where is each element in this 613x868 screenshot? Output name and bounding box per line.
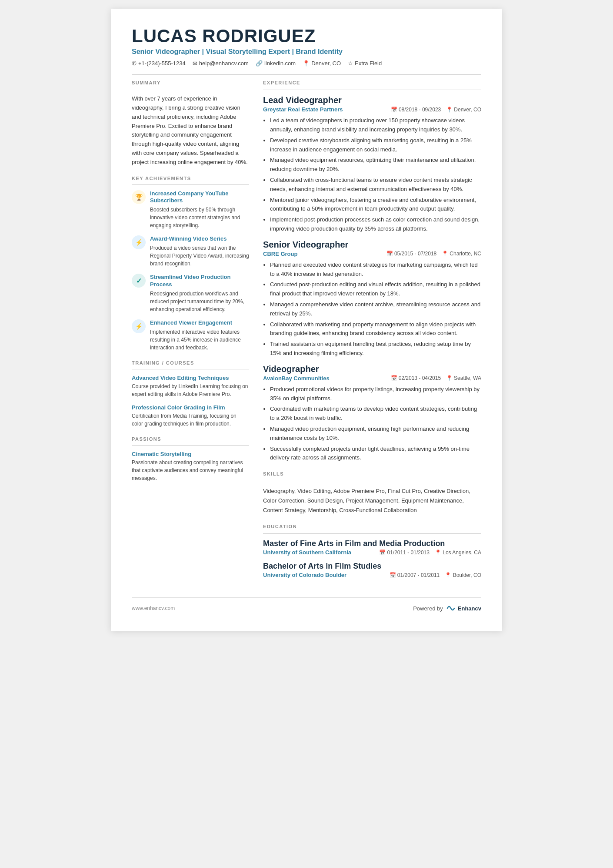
job-bullets-0: Led a team of videographers in producing…	[270, 116, 481, 234]
star-icon: ☆	[348, 60, 353, 67]
edu-date-0: 📅 01/2011 - 01/2013	[379, 550, 430, 556]
bullet-1-2: Managed a comprehensive video content ar…	[270, 300, 481, 318]
phone-icon: ✆	[132, 60, 137, 67]
bullet-0-1: Developed creative storyboards aligning …	[270, 136, 481, 154]
edu-school-0: University of Southern California	[263, 549, 351, 556]
achievements-label: KEY ACHIEVEMENTS	[132, 176, 249, 181]
bullet-0-3: Collaborated with cross-functional teams…	[270, 176, 481, 194]
training-desc-1: Certification from Media Training, focus…	[132, 412, 249, 428]
achievement-icon-0: 🏆	[132, 190, 146, 204]
job-location-2: 📍 Seattle, WA	[446, 375, 481, 381]
job-date-2: 📅 02/2013 - 04/2015	[391, 375, 441, 381]
job-bullets-2: Produced promotional videos for property…	[270, 385, 481, 462]
edu-item-0: Master of Fine Arts in Film and Media Pr…	[263, 539, 481, 556]
passion-desc-0: Passionate about creating compelling nar…	[132, 459, 249, 482]
candidate-name: LUCAS RODRIGUEZ	[132, 26, 481, 46]
footer-brand: Powered by Enhancv	[413, 603, 481, 613]
passions-label: PASSIONS	[132, 436, 249, 442]
job-1: Senior Videographer CBRE Group 📅 05/2015…	[263, 240, 481, 358]
bullet-1-4: Trained assistants on equipment handling…	[270, 340, 481, 358]
edu-location-1: 📍 Boulder, CO	[445, 572, 481, 578]
training-divider	[132, 369, 249, 369]
training-title-0: Advanced Video Editing Techniques	[132, 375, 249, 381]
job-location-0: 📍 Denver, CO	[446, 107, 481, 113]
achievement-desc-2: Redesigned production workflows and redu…	[150, 290, 249, 313]
skills-label: SKILLS	[263, 471, 481, 476]
job-meta-2: 📅 02/2013 - 04/2015 📍 Seattle, WA	[391, 375, 481, 381]
skills-divider	[263, 481, 481, 481]
job-location-1: 📍 Charlotte, NC	[442, 251, 481, 257]
bullet-2-1: Coordinated with marketing teams to deve…	[270, 405, 481, 423]
job-date-0: 📅 08/2018 - 09/2023	[391, 107, 441, 113]
achievement-title-3: Enhanced Viewer Engagement	[150, 319, 249, 327]
achievement-item-0: 🏆 Increased Company YouTube Subscribers …	[132, 190, 249, 230]
training-item-1: Professional Color Grading in Film Certi…	[132, 404, 249, 428]
achievement-icon-1: ⚡	[132, 235, 146, 249]
edu-row-1: University of Colorado Boulder 📅 01/2007…	[263, 572, 481, 578]
passion-title-0: Cinematic Storytelling	[132, 451, 249, 457]
bullet-0-0: Led a team of videographers in producing…	[270, 116, 481, 134]
summary-divider	[132, 89, 249, 89]
achievement-title-0: Increased Company YouTube Subscribers	[150, 190, 249, 205]
bullet-0-4: Mentored junior videographers, fostering…	[270, 196, 481, 214]
job-title-1: Senior Videographer	[263, 240, 481, 250]
bullet-0-2: Managed video equipment resources, optim…	[270, 156, 481, 174]
enhancv-logo: Enhancv	[446, 603, 481, 613]
bullet-2-0: Produced promotional videos for property…	[270, 385, 481, 403]
achievement-desc-1: Produced a video series that won the Reg…	[150, 244, 249, 268]
footer-website: www.enhancv.com	[132, 605, 175, 611]
achievement-desc-3: Implemented interactive video features r…	[150, 328, 249, 352]
map-icon-1: 📍	[442, 251, 448, 257]
edu-map-icon-1: 📍	[445, 572, 451, 578]
job-company-1: CBRE Group	[263, 251, 297, 257]
footer: www.enhancv.com Powered by Enhancv	[132, 597, 481, 613]
passions-divider	[132, 445, 249, 446]
contact-location: 📍 Denver, CO	[303, 60, 341, 67]
training-item-0: Advanced Video Editing Techniques Course…	[132, 375, 249, 398]
calendar-icon-0: 📅	[391, 107, 397, 113]
left-column: SUMMARY With over 7 years of experience …	[132, 80, 249, 584]
edu-date-1: 📅 01/2007 - 01/2011	[390, 572, 440, 578]
edu-item-1: Bachelor of Arts in Film Studies Univers…	[263, 562, 481, 578]
achievement-item-2: ✓ Streamlined Video Production Process R…	[132, 274, 249, 313]
bullet-2-2: Managed video production equipment, ensu…	[270, 425, 481, 443]
experience-label: EXPERIENCE	[263, 80, 481, 85]
contact-extra: ☆ Extra Field	[348, 60, 382, 67]
edu-meta-1: 📅 01/2007 - 01/2011 📍 Boulder, CO	[390, 572, 481, 578]
education-label: EDUCATION	[263, 524, 481, 529]
job-company-row-0: Greystar Real Estate Partners 📅 08/2018 …	[263, 106, 481, 113]
bullet-1-0: Planned and executed video content strat…	[270, 261, 481, 279]
contact-row: ✆ +1-(234)-555-1234 ✉ help@enhancv.com 🔗…	[132, 60, 481, 67]
achievement-title-1: Award-Winning Video Series	[150, 235, 249, 243]
achievement-item-3: ⚡ Enhanced Viewer Engagement Implemented…	[132, 319, 249, 352]
training-desc-0: Course provided by LinkedIn Learning foc…	[132, 382, 249, 398]
edu-calendar-icon-0: 📅	[379, 550, 386, 556]
skills-text: Videography, Video Editing, Adobe Premie…	[263, 486, 481, 515]
edu-school-1: University of Colorado Boulder	[263, 572, 346, 578]
achievement-icon-3: ⚡	[132, 319, 146, 333]
achievements-divider	[132, 184, 249, 185]
contact-phone: ✆ +1-(234)-555-1234	[132, 60, 186, 67]
main-layout: SUMMARY With over 7 years of experience …	[132, 80, 481, 584]
education-divider	[263, 533, 481, 534]
summary-text: With over 7 years of experience in video…	[132, 94, 249, 167]
calendar-icon-2: 📅	[391, 375, 397, 381]
job-company-0: Greystar Real Estate Partners	[263, 106, 343, 113]
edu-map-icon-0: 📍	[435, 550, 441, 556]
job-meta-1: 📅 05/2015 - 07/2018 📍 Charlotte, NC	[386, 251, 481, 257]
brand-name: Enhancv	[458, 605, 481, 612]
job-0: Lead Videographer Greystar Real Estate P…	[263, 95, 481, 234]
job-title-2: Videographer	[263, 364, 481, 374]
job-title-0: Lead Videographer	[263, 95, 481, 105]
edu-meta-0: 📅 01/2011 - 01/2013 📍 Los Angeles, CA	[379, 550, 481, 556]
training-label: TRAINING / COURSES	[132, 360, 249, 365]
achievement-title-2: Streamlined Video Production Process	[150, 274, 249, 288]
summary-label: SUMMARY	[132, 80, 249, 85]
email-icon: ✉	[193, 60, 197, 67]
job-meta-0: 📅 08/2018 - 09/2023 📍 Denver, CO	[391, 107, 481, 113]
edu-row-0: University of Southern California 📅 01/2…	[263, 549, 481, 556]
experience-divider	[263, 90, 481, 90]
candidate-title: Senior Videographer | Visual Storytellin…	[132, 48, 481, 56]
edu-degree-1: Bachelor of Arts in Film Studies	[263, 562, 481, 571]
right-column: EXPERIENCE Lead Videographer Greystar Re…	[263, 80, 481, 584]
